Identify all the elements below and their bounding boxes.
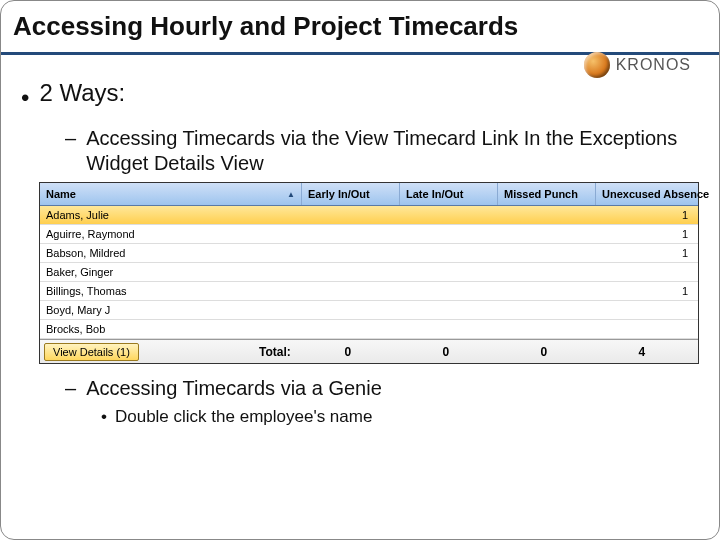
sort-asc-icon: ▲: [287, 190, 295, 199]
col-header-early[interactable]: Early In/Out: [302, 183, 400, 205]
total-label: Total:: [149, 345, 299, 359]
col-header-missed[interactable]: Missed Punch: [498, 183, 596, 205]
cell-unexcused: 1: [596, 228, 694, 240]
cell-name: Adams, Julie: [40, 209, 302, 221]
bullet-dot-icon: •: [21, 86, 29, 110]
brand-logo: KRONOS: [584, 52, 691, 78]
table-row[interactable]: Boyd, Mary J: [40, 301, 698, 320]
cell-name: Brocks, Bob: [40, 323, 302, 335]
total-unexcused: 4: [593, 345, 691, 359]
slide: Accessing Hourly and Project Timecards K…: [0, 0, 720, 540]
dash-icon: –: [65, 126, 76, 176]
table-row[interactable]: Adams, Julie 1: [40, 206, 698, 225]
bullet-level-2: – Accessing Timecards via the View Timec…: [65, 126, 699, 176]
col-header-late[interactable]: Late In/Out: [400, 183, 498, 205]
bullet-dot-icon: •: [101, 407, 107, 427]
table-row[interactable]: Billings, Thomas 1: [40, 282, 698, 301]
col-header-name[interactable]: Name ▲: [40, 183, 302, 205]
exceptions-widget-table: Name ▲ Early In/Out Late In/Out Missed P…: [39, 182, 699, 364]
cell-name: Boyd, Mary J: [40, 304, 302, 316]
total-missed: 0: [495, 345, 593, 359]
col-header-unexcused[interactable]: Unexcused Absence: [596, 183, 715, 205]
way-2-text: Accessing Timecards via a Genie: [86, 376, 382, 401]
way-1-text: Accessing Timecards via the View Timecar…: [86, 126, 699, 176]
table-footer: View Details (1) Total: 0 0 0 4: [40, 339, 698, 363]
bullet-level-1: • 2 Ways:: [21, 79, 699, 110]
table-row[interactable]: Brocks, Bob: [40, 320, 698, 339]
cell-name: Baker, Ginger: [40, 266, 302, 278]
ways-heading: 2 Ways:: [39, 79, 125, 107]
cell-unexcused: 1: [596, 285, 694, 297]
bullet-level-3: • Double click the employee's name: [101, 407, 699, 427]
total-early: 0: [299, 345, 397, 359]
cell-unexcused: 1: [596, 209, 694, 221]
cell-name: Babson, Mildred: [40, 247, 302, 259]
brand-name: KRONOS: [616, 56, 691, 74]
bullet-level-2: – Accessing Timecards via a Genie: [65, 376, 699, 401]
table-row[interactable]: Babson, Mildred 1: [40, 244, 698, 263]
total-late: 0: [397, 345, 495, 359]
content-area: • 2 Ways: – Accessing Timecards via the …: [21, 79, 699, 427]
page-title: Accessing Hourly and Project Timecards: [1, 5, 719, 55]
dash-icon: –: [65, 376, 76, 401]
view-details-button[interactable]: View Details (1): [44, 343, 139, 361]
table-header-row: Name ▲ Early In/Out Late In/Out Missed P…: [40, 183, 698, 206]
cell-name: Aguirre, Raymond: [40, 228, 302, 240]
table-row[interactable]: Baker, Ginger: [40, 263, 698, 282]
table-row[interactable]: Aguirre, Raymond 1: [40, 225, 698, 244]
cell-name: Billings, Thomas: [40, 285, 302, 297]
cell-unexcused: 1: [596, 247, 694, 259]
way-2-sub-text: Double click the employee's name: [115, 407, 372, 427]
col-header-name-label: Name: [46, 188, 76, 200]
globe-icon: [584, 52, 610, 78]
